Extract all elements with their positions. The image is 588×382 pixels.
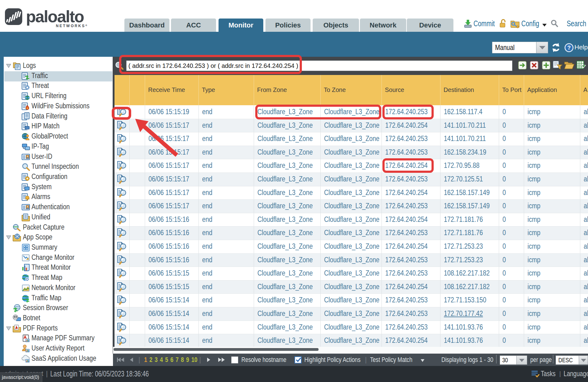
svg-text:?: ? bbox=[567, 45, 571, 51]
